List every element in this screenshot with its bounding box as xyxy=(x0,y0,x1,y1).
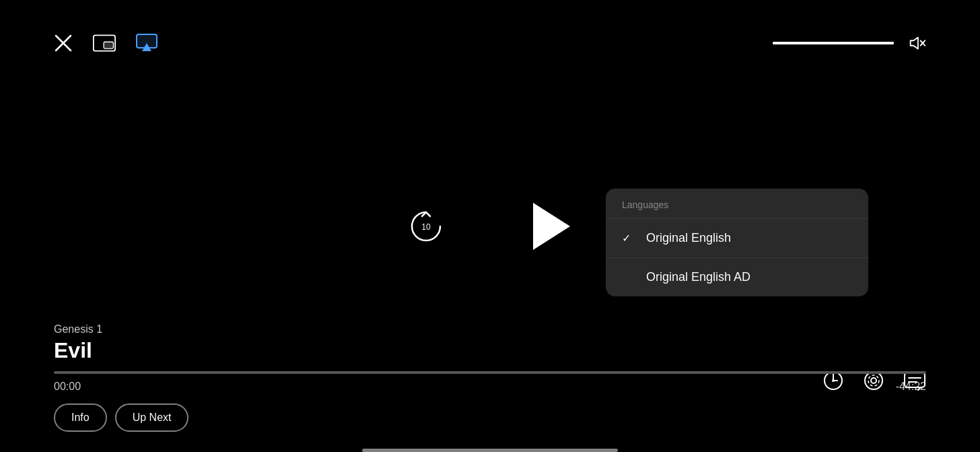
volume-container xyxy=(773,42,894,44)
bottom-area: Genesis 1 Evil xyxy=(0,323,980,452)
top-right-controls xyxy=(773,34,926,53)
show-info: Genesis 1 Evil xyxy=(54,323,926,363)
language-option-label: Original English xyxy=(646,231,731,245)
scroll-indicator xyxy=(362,449,618,452)
language-dropdown: Languages ✓ Original English Original En… xyxy=(606,189,868,296)
episode-label: Genesis 1 xyxy=(54,323,926,335)
play-button[interactable] xyxy=(526,199,573,253)
svg-text:10: 10 xyxy=(421,222,431,232)
volume-slider[interactable] xyxy=(773,42,894,44)
dropdown-header: Languages xyxy=(606,189,868,219)
language-option-original-english-ad[interactable]: Original English AD xyxy=(606,258,868,296)
airplay-button[interactable] xyxy=(136,34,158,53)
info-button[interactable]: Info xyxy=(54,403,107,432)
close-button[interactable] xyxy=(54,34,73,53)
up-next-button[interactable]: Up Next xyxy=(115,403,189,432)
svg-rect-3 xyxy=(104,42,113,49)
time-display: 00:00 -44:22 xyxy=(54,381,926,393)
svg-point-12 xyxy=(865,372,882,389)
language-option-ad-label: Original English AD xyxy=(646,270,750,284)
pip-button[interactable] xyxy=(93,34,116,53)
mute-button[interactable] xyxy=(907,34,926,53)
current-time: 00:00 xyxy=(54,381,81,393)
progress-bar[interactable] xyxy=(54,371,926,374)
center-controls: 10 xyxy=(407,199,573,253)
selected-checkmark: ✓ xyxy=(622,232,635,245)
svg-point-13 xyxy=(871,378,876,383)
replay-10-button[interactable]: 10 xyxy=(407,207,446,246)
show-title: Evil xyxy=(54,338,926,363)
svg-rect-15 xyxy=(905,373,925,387)
progress-container[interactable] xyxy=(54,371,926,374)
bottom-buttons: Info Up Next xyxy=(54,403,926,432)
language-option-original-english[interactable]: ✓ Original English xyxy=(606,219,868,258)
svg-point-14 xyxy=(868,375,879,386)
top-left-controls xyxy=(54,34,158,53)
